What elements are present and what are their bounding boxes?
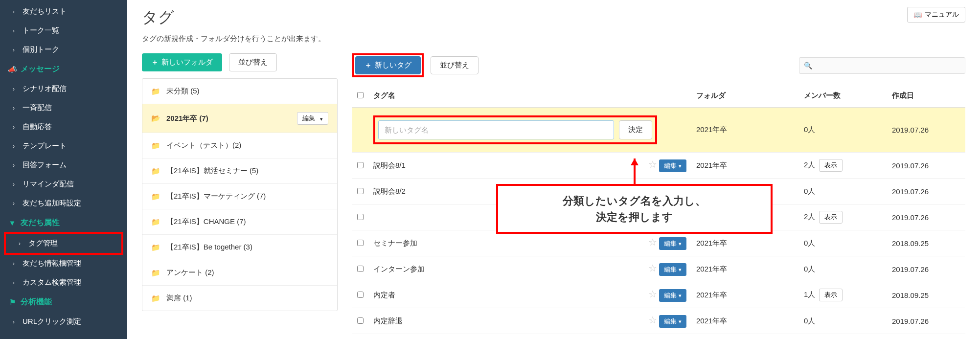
nav-autoreply[interactable]: ›自動応答 [0,117,127,136]
nav-broadcast[interactable]: ›一斉配信 [0,98,127,117]
nav-template[interactable]: ›テンプレート [0,136,127,156]
row-checkbox[interactable] [357,266,364,272]
search-input[interactable] [799,57,965,74]
cell-members: 2人表示 [799,153,887,179]
new-tag-submit-button[interactable]: 決定 [619,120,652,139]
nav-friend-info[interactable]: ›友だち情報欄管理 [0,254,127,273]
folder-item[interactable]: 【21卒IS】マーケティング (7) [142,183,337,209]
nav-section-label: メッセージ [21,64,60,74]
row-edit-button[interactable]: 編集 [659,289,686,302]
new-tag-row: 決定 2021年卒 0人 2019.07.26 [352,108,965,153]
nav-tag-manage[interactable]: ›タグ管理 [4,232,123,255]
nav-section-message[interactable]: メッセージ [0,59,127,79]
cell-members: 0人 [799,179,887,204]
nav-section-analysis[interactable]: 分析機能 [0,292,127,312]
cell-members: 0人 [799,256,887,282]
row-checkbox[interactable] [357,292,364,298]
cell-members: 0人 [799,230,887,256]
row-edit-button[interactable]: 編集 [659,237,686,250]
folder-item[interactable]: 未分類 (5) [142,79,337,104]
nav-custom-search[interactable]: ›カスタム検索管理 [0,273,127,292]
folder-icon [151,218,160,226]
chevron-right-icon: › [13,124,18,131]
show-members-button[interactable]: 表示 [819,211,843,224]
nav-reminder[interactable]: ›リマインダ配信 [0,175,127,194]
nav-scenario[interactable]: ›シナリオ配信 [0,79,127,98]
folder-name: 【21卒IS】マーケティング (7) [166,192,266,201]
nav-answer-form[interactable]: ›回答フォーム [0,156,127,175]
arrow-up-icon [630,158,639,184]
cell-date: 2019.07.26 [887,256,965,282]
chevron-right-icon: › [13,200,18,207]
cell-folder: 2021年卒 [691,108,799,153]
manual-button[interactable]: マニュアル [907,7,965,23]
filter-icon [7,219,18,227]
folder-icon [151,141,160,150]
folder-list: 未分類 (5)2021年卒 (7)編集イベント（テスト）(2)【21卒IS】就活… [142,78,338,311]
star-icon[interactable] [648,159,657,170]
cell-date: 2019.07.26 [887,108,965,153]
select-all-checkbox[interactable] [357,92,364,98]
row-checkbox[interactable] [357,188,364,194]
star-icon[interactable] [648,263,657,273]
folder-edit-button[interactable]: 編集 [297,112,328,125]
new-tag-name-input[interactable] [378,120,614,139]
new-tag-button[interactable]: 新しいタグ [355,56,421,74]
nav-label: 個別トーク [23,45,59,54]
nav-addfriend-settings[interactable]: ›友だち追加時設定 [0,194,127,213]
row-checkbox[interactable] [357,162,364,168]
folder-icon [151,114,160,123]
row-edit-button[interactable]: 編集 [659,263,686,276]
star-icon[interactable] [648,237,657,248]
row-edit-button[interactable]: 編集 [659,315,686,328]
folder-item[interactable]: 満席 (1) [142,285,337,311]
cell-folder: 2021年卒 [691,256,799,282]
plus-icon [365,61,372,70]
caret-down-icon [677,292,682,299]
show-members-button[interactable]: 表示 [819,159,843,172]
nav-url-click[interactable]: ›URLクリック測定 [0,312,127,331]
th-members: メンバー数 [799,84,887,108]
cell-folder: 2021年卒 [691,230,799,256]
callout-text: 分類したいタグ名を入力し、 [509,193,760,209]
folder-item[interactable]: アンケート (2) [142,260,337,285]
row-checkbox[interactable] [357,317,364,324]
folder-name: 2021年卒 (7) [166,114,208,123]
show-members-button[interactable]: 表示 [819,289,843,301]
flag-icon [7,298,18,307]
star-icon[interactable] [648,289,657,299]
row-checkbox[interactable] [357,240,364,246]
folder-name: 【21卒IS】就活セミナー (5) [166,166,258,176]
folder-name: 【21卒IS】CHANGE (7) [166,217,246,226]
nav-section-attr[interactable]: 友だち属性 [0,213,127,233]
cell-tagname: 内定者 [368,282,584,308]
nav-friend-list[interactable]: ›友だちリスト [0,2,127,21]
nav-talk-list[interactable]: ›トーク一覧 [0,21,127,40]
folder-item[interactable]: 2021年卒 (7)編集 [142,104,337,133]
search-icon [804,62,812,69]
cell-tagname: 説明会8/1 [368,153,584,179]
folder-item[interactable]: 【21卒IS】就活セミナー (5) [142,158,337,183]
row-checkbox[interactable] [357,214,364,220]
sidebar: ›友だちリスト ›トーク一覧 ›個別トーク メッセージ ›シナリオ配信 ›一斉配… [0,0,127,339]
sort-tags-button[interactable]: 並び替え [431,56,479,74]
folder-item[interactable]: 【21卒IS】Be together (3) [142,234,337,260]
folder-item[interactable]: イベント（テスト）(2) [142,133,337,158]
star-icon[interactable] [648,315,657,325]
chevron-right-icon: › [19,240,23,247]
chevron-right-icon: › [13,105,18,112]
chevron-right-icon: › [13,27,18,34]
page-title: タグ [142,7,965,28]
folder-icon [151,192,160,201]
chevron-right-icon: › [13,8,18,15]
th-folder: フォルダ [691,84,799,108]
row-edit-button[interactable]: 編集 [659,159,686,172]
nav-label: リマインダ配信 [23,180,74,189]
caret-down-icon [318,115,323,122]
folder-icon [151,269,160,277]
new-folder-button[interactable]: 新しいフォルダ [142,53,222,71]
nav-label: シナリオ配信 [23,84,67,93]
folder-item[interactable]: 【21卒IS】CHANGE (7) [142,209,337,234]
nav-individual-talk[interactable]: ›個別トーク [0,40,127,59]
sort-folders-button[interactable]: 並び替え [229,53,277,71]
